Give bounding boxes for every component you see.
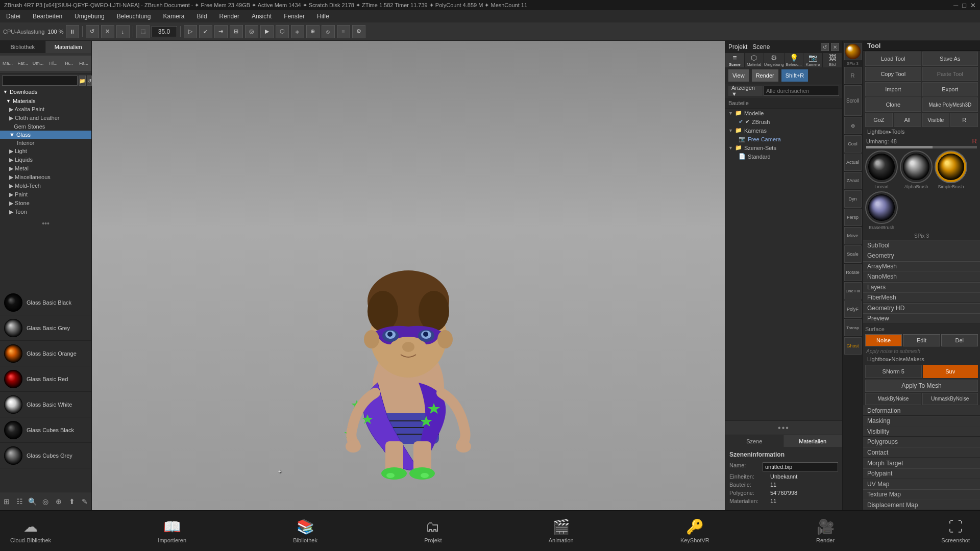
search-folder-btn[interactable]: 📁 xyxy=(79,76,86,86)
vs-scale[interactable]: Scale xyxy=(844,245,862,263)
bb-import[interactable]: 📖 Importieren xyxy=(158,518,186,543)
search-refresh-btn[interactable]: ↺ xyxy=(87,76,92,86)
vs-actual[interactable]: Actual xyxy=(844,154,862,171)
tab-bibliothek[interactable]: Bibliothek xyxy=(0,41,46,53)
snorm-button[interactable]: SNorm 5 xyxy=(865,365,922,378)
tree-item-liquids[interactable]: ▶ Liquids xyxy=(0,156,91,164)
panel-icon-ma[interactable]: Ma... xyxy=(0,56,15,71)
st-szenensets[interactable]: ▼ 📁 Szenen-Sets xyxy=(725,143,842,152)
menu-bild[interactable]: Bild xyxy=(194,12,210,21)
tb-action-12[interactable]: ⚙ xyxy=(352,25,365,38)
scene-tab-beleuc[interactable]: 💡 Beleuc... xyxy=(785,53,804,67)
minimize-button[interactable]: ─ xyxy=(953,2,958,9)
goz-button[interactable]: GoZ xyxy=(865,113,893,127)
paste-tool-button[interactable]: Paste Tool xyxy=(922,67,978,81)
bb-animation[interactable]: 🎬 Animation xyxy=(549,518,574,543)
deformation-header[interactable]: Deformation xyxy=(863,406,980,416)
export-button[interactable]: Export xyxy=(922,82,978,96)
sbt-materialien[interactable]: Materialien xyxy=(784,435,843,447)
scene-tab-material[interactable]: ⬡ Material xyxy=(745,53,764,67)
panel-icon-te[interactable]: Te... xyxy=(61,56,76,71)
pb-circle-icon[interactable]: ◎ xyxy=(39,495,52,508)
render-btn[interactable]: Render xyxy=(752,69,778,82)
menu-umgebung[interactable]: Umgebung xyxy=(71,12,108,21)
list-item[interactable]: Glass Basic Orange xyxy=(0,341,91,366)
menu-bearbeiten[interactable]: Bearbeiten xyxy=(30,12,65,21)
fibermesh-header[interactable]: FiberMesh xyxy=(863,292,980,303)
rsp-refresh-btn[interactable]: ↺ xyxy=(821,43,829,51)
mat-preview-3[interactable]: SimpleBrush xyxy=(935,151,967,189)
r-button[interactable]: R xyxy=(950,113,978,127)
tree-item-interior[interactable]: Interior xyxy=(0,139,91,147)
list-item[interactable]: Glass Basic Grey xyxy=(0,315,91,341)
morph-target-header[interactable]: Morph Target xyxy=(863,458,980,468)
tb-action-4[interactable]: ⊞ xyxy=(230,25,243,38)
panel-icon-um[interactable]: Um... xyxy=(31,56,46,71)
geometry-hd-header[interactable]: Geometry HD xyxy=(863,303,980,314)
vs-move[interactable]: Move xyxy=(844,227,862,244)
tb-action-8[interactable]: ⎆ xyxy=(291,25,304,38)
pb-zoom-in-icon[interactable]: ⊕ xyxy=(53,495,65,508)
tree-item-light[interactable]: ▶ Light xyxy=(0,147,91,156)
mat-preview-2[interactable]: AlphaBrush xyxy=(900,151,933,189)
anzeigen-btn[interactable]: Anzeigen ▼ xyxy=(728,86,763,96)
list-item[interactable]: Glass Cubes Black xyxy=(0,417,91,443)
tree-materials[interactable]: ▼ Materials xyxy=(0,97,91,105)
vs-material-ball[interactable] xyxy=(844,43,862,60)
vs-zoom[interactable]: ⊕ xyxy=(844,117,862,134)
menu-beleuchtung[interactable]: Beleuchtung xyxy=(114,12,154,21)
tb-action-5[interactable]: ◎ xyxy=(245,25,258,38)
tree-item-moldtech[interactable]: ▶ Mold-Tech xyxy=(0,182,91,190)
displacement-map-header[interactable]: Displacement Map xyxy=(863,499,980,510)
menu-kamera[interactable]: Kamera xyxy=(160,12,188,21)
bb-screenshot[interactable]: ⛶ Screenshot xyxy=(941,518,970,543)
import-button[interactable]: Import xyxy=(865,82,921,96)
tree-item-glass[interactable]: ▼ Glass xyxy=(0,131,91,139)
tree-item-cloth[interactable]: ▶ Cloth and Leather xyxy=(0,114,91,122)
noise-button[interactable]: Noise xyxy=(865,334,902,346)
tb-action-10[interactable]: ⎋ xyxy=(322,25,335,38)
contact-header[interactable]: Contact xyxy=(863,447,980,458)
panel-icon-fa[interactable]: Fa... xyxy=(76,56,91,71)
close-button[interactable]: ✕ xyxy=(970,2,976,9)
save-as-button[interactable]: Save As xyxy=(922,52,978,66)
suv-button[interactable]: Suv xyxy=(923,365,978,378)
st-freecamera[interactable]: 📷 Free Camera xyxy=(725,135,842,143)
shift-r-btn[interactable]: Shift+R xyxy=(781,69,808,82)
viewport[interactable]: + xyxy=(92,41,725,510)
tab-materialien[interactable]: Materialien xyxy=(46,41,92,53)
vs-btn-1[interactable]: R xyxy=(844,67,862,84)
scene-tab-bild[interactable]: 🖼 Bild xyxy=(823,53,842,67)
tb-action-3[interactable]: ⇥ xyxy=(214,25,228,38)
tb-action-1[interactable]: ▷ xyxy=(184,25,197,38)
pause-button[interactable]: ⏸ xyxy=(66,25,79,38)
uv-map-header[interactable]: UV Map xyxy=(863,479,980,489)
del-button[interactable]: Del xyxy=(941,334,978,346)
panel-icon-far[interactable]: Far... xyxy=(15,56,31,71)
make-polymesh-button[interactable]: Make PolyMesh3D xyxy=(922,97,978,112)
tb-action-9[interactable]: ⊕ xyxy=(306,25,320,38)
list-item[interactable]: Glass Basic Red xyxy=(0,366,91,392)
vs-polyf[interactable]: PolyF xyxy=(844,300,862,318)
vs-zanat[interactable]: ZAnat xyxy=(844,172,862,189)
tree-item-misc[interactable]: ▶ Miscellaneous xyxy=(0,173,91,182)
tb-action-7[interactable]: ⬡ xyxy=(276,25,289,38)
tree-item-stone[interactable]: ▶ Stone xyxy=(0,199,91,208)
pb-export-icon[interactable]: ✎ xyxy=(79,495,91,508)
tree-item-paint[interactable]: ▶ Paint xyxy=(0,190,91,199)
st-zbrush[interactable]: ✔ ✔ ZBrush xyxy=(725,117,842,126)
pb-grid-icon[interactable]: ⊞ xyxy=(1,495,13,508)
tb-action-11[interactable]: ≡ xyxy=(337,25,350,38)
scene-tab-umgebung[interactable]: ⚙ Umgebung xyxy=(764,53,785,67)
mat-preview-4[interactable]: EraserBrush xyxy=(865,191,898,230)
texture-map-header[interactable]: Texture Map xyxy=(863,489,980,500)
lightbox-tools-row[interactable]: Lightbox▸Tools xyxy=(863,128,980,136)
tree-item-gems[interactable]: Gem Stones xyxy=(0,122,91,131)
vs-dynamic[interactable]: Dyn xyxy=(844,190,862,208)
sbt-szene[interactable]: Szene xyxy=(725,435,784,447)
view-btn[interactable]: View xyxy=(728,69,749,82)
bb-projekt[interactable]: 🗂 Projekt xyxy=(424,518,442,543)
scene-tab-kamera[interactable]: 📷 Kamera xyxy=(803,53,823,67)
scene-search-input[interactable] xyxy=(764,86,839,96)
edit-button[interactable]: Edit xyxy=(903,334,940,346)
